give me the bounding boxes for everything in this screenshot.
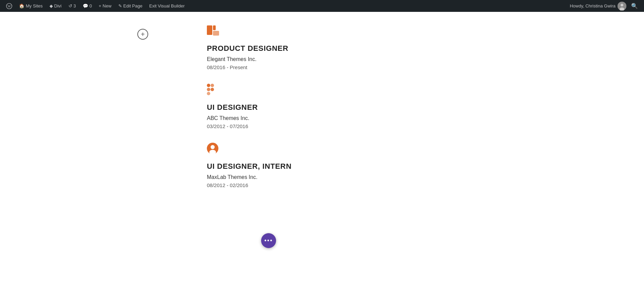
person-icon xyxy=(207,143,410,156)
new-icon: + xyxy=(99,3,101,8)
edit-page-label: Edit Page xyxy=(123,3,142,8)
job-entry-1: PRODUCT DESIGNER Elegant Themes Inc. 08/… xyxy=(207,25,410,70)
svg-text:W: W xyxy=(8,4,11,8)
exit-visual-builder-button[interactable]: Exit Visual Builder xyxy=(147,0,188,12)
job-entry-2: UI DESIGNER ABC Themes Inc. 03/2012 - 07… xyxy=(207,84,410,129)
svg-rect-11 xyxy=(207,92,210,95)
new-menu[interactable]: + New xyxy=(96,0,114,12)
exit-builder-label: Exit Visual Builder xyxy=(149,3,185,8)
more-options-button[interactable]: ••• xyxy=(261,233,276,248)
svg-rect-7 xyxy=(213,31,219,36)
job-dates-1: 08/2016 - Present xyxy=(207,64,410,70)
page-content: + PRODUCT DESIGNER Elegant Themes Inc. 0… xyxy=(0,12,644,212)
edit-icon: ✎ xyxy=(118,3,122,8)
svg-rect-6 xyxy=(213,25,216,30)
svg-point-12 xyxy=(211,88,214,91)
divi-menu[interactable]: ◆ Divi xyxy=(47,0,64,12)
svg-point-3 xyxy=(621,4,623,6)
updates-count: 3 xyxy=(74,3,76,8)
divi-label: Divi xyxy=(54,3,62,8)
job-company-3: MaxLab Themes Inc. xyxy=(207,174,410,180)
job-dates-2: 03/2012 - 07/2016 xyxy=(207,123,410,129)
my-sites-menu[interactable]: 🏠 My Sites xyxy=(16,0,45,12)
job-company-1: Elegant Themes Inc. xyxy=(207,56,410,62)
job-title-1: PRODUCT DESIGNER xyxy=(207,44,410,53)
svg-rect-5 xyxy=(207,25,212,35)
comments-menu[interactable]: 💬 0 xyxy=(80,0,95,12)
my-sites-label: My Sites xyxy=(26,3,43,8)
updates-menu[interactable]: ↺ 3 xyxy=(66,0,79,12)
admin-bar: W 🏠 My Sites ◆ Divi ↺ 3 💬 0 + New ✎ Edit… xyxy=(0,0,644,12)
edit-page-button[interactable]: ✎ Edit Page xyxy=(116,0,145,12)
job-title-2: UI DESIGNER xyxy=(207,103,410,112)
svg-rect-8 xyxy=(207,84,210,87)
palette-icon xyxy=(207,25,410,38)
divi-icon: ◆ xyxy=(50,3,53,8)
comments-icon: 💬 xyxy=(83,3,88,8)
search-icon[interactable]: 🔍 xyxy=(628,3,641,9)
job-title-3: UI DESIGNER, INTERN xyxy=(207,162,410,171)
jobs-list: PRODUCT DESIGNER Elegant Themes Inc. 08/… xyxy=(207,22,410,202)
svg-point-14 xyxy=(211,145,215,149)
job-entry-3: UI DESIGNER, INTERN MaxLab Themes Inc. 0… xyxy=(207,143,410,188)
add-section-button[interactable]: + xyxy=(137,29,148,40)
svg-rect-10 xyxy=(207,88,210,91)
figma-icon xyxy=(207,84,410,97)
ellipsis-icon: ••• xyxy=(265,237,273,244)
comments-count: 0 xyxy=(90,3,92,8)
svg-rect-9 xyxy=(211,84,214,87)
my-sites-icon: 🏠 xyxy=(19,3,24,8)
admin-bar-right: Howdy, Christina Gwira 🔍 xyxy=(570,2,641,11)
updates-icon: ↺ xyxy=(69,3,72,8)
job-dates-3: 08/2012 - 02/2016 xyxy=(207,182,410,188)
job-company-2: ABC Themes Inc. xyxy=(207,115,410,121)
new-label: New xyxy=(103,3,112,8)
wp-logo[interactable]: W xyxy=(3,0,15,12)
avatar[interactable] xyxy=(618,2,626,11)
howdy-text: Howdy, Christina Gwira xyxy=(570,3,616,8)
plus-icon: + xyxy=(141,31,145,38)
